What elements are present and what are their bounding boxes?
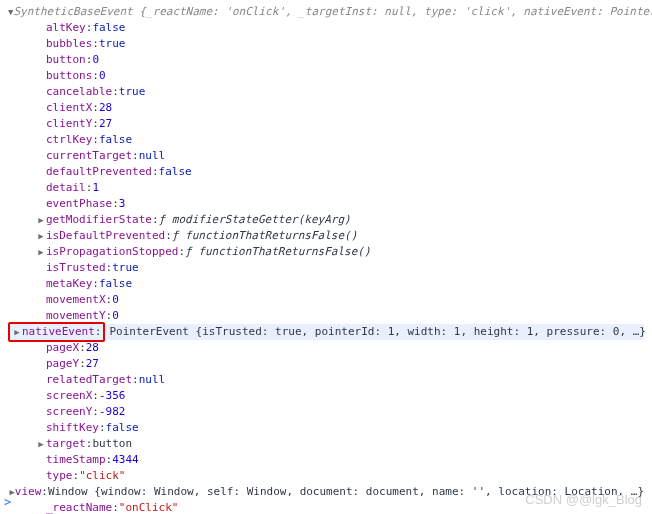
prop-altKey[interactable]: ▶altKey: false bbox=[8, 20, 644, 36]
prop-timeStamp[interactable]: ▶timeStamp: 4344 bbox=[8, 452, 644, 468]
highlight-box: ▶ nativeEvent: bbox=[8, 322, 105, 342]
prop-clientY[interactable]: ▶clientY: 27 bbox=[8, 116, 644, 132]
prop-getModifierState[interactable]: ▶getModifierState: ƒ modifierStateGetter… bbox=[8, 212, 644, 228]
prop-button[interactable]: ▶button: 0 bbox=[8, 52, 644, 68]
prop-isTrusted[interactable]: ▶isTrusted: true bbox=[8, 260, 644, 276]
chevron-right-icon[interactable]: ▶ bbox=[12, 324, 22, 340]
chevron-right-icon[interactable]: ▶ bbox=[36, 212, 46, 228]
prop-nativeEvent[interactable]: ▶ nativeEvent: PointerEvent {isTrusted: … bbox=[8, 324, 644, 340]
prop-movementX[interactable]: ▶movementX: 0 bbox=[8, 292, 644, 308]
prop-eventPhase[interactable]: ▶eventPhase: 3 bbox=[8, 196, 644, 212]
prop-screenY[interactable]: ▶screenY: -982 bbox=[8, 404, 644, 420]
prop-detail[interactable]: ▶detail: 1 bbox=[8, 180, 644, 196]
console-prompt-icon[interactable]: > bbox=[4, 494, 11, 510]
prop-bubbles[interactable]: ▶bubbles: true bbox=[8, 36, 644, 52]
object-summary: {_reactName: 'onClick', _targetInst: nul… bbox=[139, 4, 652, 20]
prop-screenX[interactable]: ▶screenX: -356 bbox=[8, 388, 644, 404]
prop-metaKey[interactable]: ▶metaKey: false bbox=[8, 276, 644, 292]
prop-shiftKey[interactable]: ▶shiftKey: false bbox=[8, 420, 644, 436]
chevron-right-icon[interactable]: ▶ bbox=[36, 244, 46, 260]
prop-isDefaultPrevented[interactable]: ▶isDefaultPrevented: ƒ functionThatRetur… bbox=[8, 228, 644, 244]
prop-pageY[interactable]: ▶pageY: 27 bbox=[8, 356, 644, 372]
prop-defaultPrevented[interactable]: ▶defaultPrevented: false bbox=[8, 164, 644, 180]
prop-relatedTarget[interactable]: ▶relatedTarget: null bbox=[8, 372, 644, 388]
watermark: CSDN @@lgk_Blog bbox=[525, 492, 642, 508]
chevron-right-icon[interactable]: ▶ bbox=[36, 228, 46, 244]
prop-ctrlKey[interactable]: ▶ctrlKey: false bbox=[8, 132, 644, 148]
prop-buttons[interactable]: ▶buttons: 0 bbox=[8, 68, 644, 84]
object-type-name: SyntheticBaseEvent bbox=[13, 4, 132, 20]
prop-pageX[interactable]: ▶pageX: 28 bbox=[8, 340, 644, 356]
nativeEvent-summary: PointerEvent {isTrusted: true, pointerId… bbox=[109, 324, 645, 340]
prop-cancelable[interactable]: ▶cancelable: true bbox=[8, 84, 644, 100]
prop-type[interactable]: ▶type: "click" bbox=[8, 468, 644, 484]
prop-target[interactable]: ▶target: button bbox=[8, 436, 644, 452]
prop-clientX[interactable]: ▶clientX: 28 bbox=[8, 100, 644, 116]
chevron-right-icon[interactable]: ▶ bbox=[36, 436, 46, 452]
object-header[interactable]: ▼ SyntheticBaseEvent {_reactName: 'onCli… bbox=[8, 4, 644, 20]
prop-currentTarget[interactable]: ▶currentTarget: null bbox=[8, 148, 644, 164]
prop-isPropagationStopped[interactable]: ▶isPropagationStopped: ƒ functionThatRet… bbox=[8, 244, 644, 260]
